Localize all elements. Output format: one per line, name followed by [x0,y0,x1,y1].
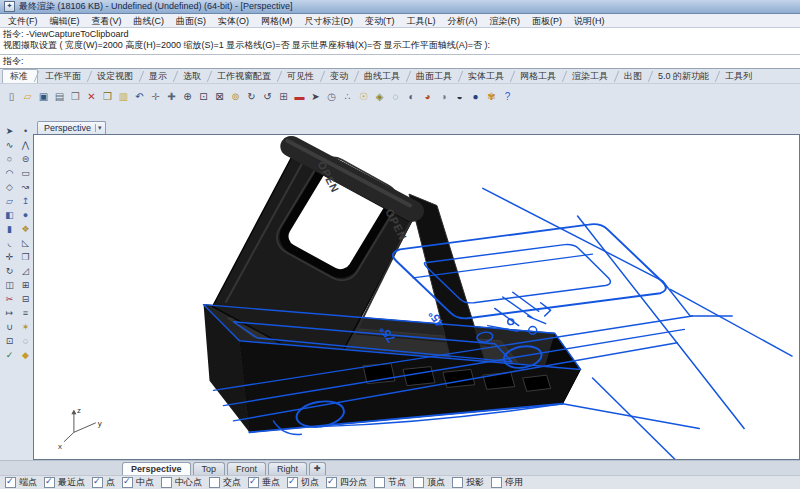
new-file-icon[interactable]: ▯ [4,87,19,106]
shaded-display-icon[interactable]: ◐ [404,87,419,106]
pan-icon[interactable]: ✛ [148,87,163,106]
menu-item[interactable]: 曲线(C) [128,15,171,27]
material-icon[interactable]: ◆ [17,347,34,362]
polyline-icon[interactable]: ⋀ [17,137,34,152]
osnap-checkbox[interactable] [5,477,16,488]
join-icon[interactable]: ∪ [1,319,18,334]
toolbar-tab[interactable]: 可见性 [280,70,323,83]
toolbar-tab[interactable]: 显示 [142,70,176,83]
osnap-checkbox[interactable] [374,477,385,488]
print-icon[interactable]: ▤ [52,87,67,106]
menu-item[interactable]: 查看(V) [86,15,128,27]
toolbar-tab[interactable]: 出图 [617,70,651,83]
point-icon[interactable]: • [17,123,34,138]
polygon-icon[interactable]: ◇ [1,179,18,194]
boolean-icon[interactable]: ❖ [17,221,34,236]
copy-icon[interactable]: ❐ [100,87,115,106]
menu-item[interactable]: 面板(P) [526,15,568,27]
view-capture-icon[interactable]: ❒ [68,87,83,106]
rotate-view-icon[interactable]: ↻ [244,87,259,106]
osnap-checkbox[interactable] [287,477,298,488]
scale-icon[interactable]: ◿ [17,263,34,278]
extrude-icon[interactable]: ↥ [17,193,34,208]
osnap-checkbox[interactable] [92,477,103,488]
menu-item[interactable]: 工具(L) [401,15,442,27]
zoom-extents-icon[interactable]: ⊠ [212,87,227,106]
toolbar-tab[interactable]: 选取 [176,70,210,83]
points-on-icon[interactable]: ∴ [340,87,355,106]
menu-item[interactable]: 分析(A) [442,15,484,27]
help-icon[interactable]: ? [500,87,515,106]
toolbar-tab[interactable]: 标准 [2,69,38,83]
arc-icon[interactable]: ◠ [1,165,18,180]
chamfer-icon[interactable]: ◺ [17,235,34,250]
zoom-selected-icon[interactable]: ⊚ [228,87,243,106]
toolbar-tab[interactable]: 工作平面 [38,70,90,83]
rotate-icon[interactable]: ↻ [1,263,18,278]
toolbar-tab[interactable]: 渲染工具 [565,70,617,83]
explode-icon[interactable]: ✶ [17,319,34,334]
toolbar-tab[interactable]: 变动 [323,70,357,83]
menu-item[interactable]: 说明(H) [568,15,611,27]
menu-item[interactable]: 实体(O) [212,15,255,27]
toolbar-tab[interactable]: 网格工具 [513,70,565,83]
delete-icon[interactable]: ✕ [84,87,99,106]
osnap-checkbox[interactable] [248,477,259,488]
menu-item[interactable]: 尺寸标注(D) [299,15,360,27]
open-file-icon[interactable]: ▱ [20,87,35,106]
add-viewport-tab-icon[interactable]: ✚ [309,462,326,475]
select-arrow-icon[interactable]: ➤ [1,123,18,138]
osnap-checkbox[interactable] [413,477,424,488]
extend-icon[interactable]: ↦ [1,305,18,320]
circle-icon[interactable]: ○ [1,151,18,166]
cylinder-icon[interactable]: ▮ [1,221,18,236]
viewport-menu-arrow-icon[interactable]: ▾ [95,124,102,132]
save-icon[interactable]: ▣ [36,87,51,106]
history-icon[interactable]: ◷ [324,87,339,106]
wireframe-display-icon[interactable]: ◌ [388,87,403,106]
rectangle-icon[interactable]: ▭ [17,165,34,180]
group-icon[interactable]: ⊡ [1,333,18,348]
menu-item[interactable]: 编辑(E) [44,15,86,27]
osnap-checkbox[interactable] [326,477,337,488]
lamp-icon[interactable]: ☉ [356,87,371,106]
menu-item[interactable]: 网格(M) [255,15,299,27]
undo-view-icon[interactable]: ↺ [260,87,275,106]
raytraced-display-icon[interactable]: ● [468,87,483,106]
rendered-display-icon[interactable]: ◕ [420,87,435,106]
viewport-tab[interactable]: Right [268,462,307,475]
viewport-tab[interactable]: Top [193,462,226,475]
undo-icon[interactable]: ↶ [132,87,147,106]
viewport-canvas[interactable]: OPEN OPEN [34,135,799,459]
menu-item[interactable]: 曲面(S) [170,15,212,27]
osnap-checkbox[interactable] [491,477,502,488]
phone-stand-model[interactable]: OPEN OPEN [204,141,581,433]
ghosted-display-icon[interactable]: ◑ [436,87,451,106]
box-icon[interactable]: ◧ [1,207,18,222]
trim-icon[interactable]: ✂ [1,291,18,306]
offset-icon[interactable]: ≡ [17,305,34,320]
zoom-dynamic-icon[interactable]: ⊕ [180,87,195,106]
copy-object-icon[interactable]: ❐ [17,249,34,264]
hide-icon[interactable]: ◌ [17,333,34,348]
viewport-tab[interactable]: Front [227,462,266,475]
osnap-checkbox[interactable] [452,477,463,488]
osnap-checkbox[interactable] [122,477,133,488]
mirror-icon[interactable]: ◫ [1,277,18,292]
viewport-title-tab[interactable]: Perspective ▾ [37,121,106,134]
surface-icon[interactable]: ▱ [1,193,18,208]
menu-item[interactable]: 渲染(R) [484,15,527,27]
options-gear-icon[interactable]: ✾ [484,87,499,106]
split-icon[interactable]: ⊟ [17,291,34,306]
menu-item[interactable]: 变动(T) [359,15,401,27]
lock-icon[interactable]: ◈ [372,87,387,106]
menu-item[interactable]: 文件(F) [2,15,44,27]
osnap-checkbox[interactable] [209,477,220,488]
fillet-icon[interactable]: ◟ [1,235,18,250]
toolbar-tab[interactable]: 曲面工具 [409,70,461,83]
move-icon[interactable]: ✛ [1,249,18,264]
toolbar-tab[interactable]: 实体工具 [461,70,513,83]
select-cursor-icon[interactable]: ➤ [308,87,323,106]
curve-tools-icon[interactable]: ↝ [17,179,34,194]
osnap-checkbox[interactable] [161,477,172,488]
